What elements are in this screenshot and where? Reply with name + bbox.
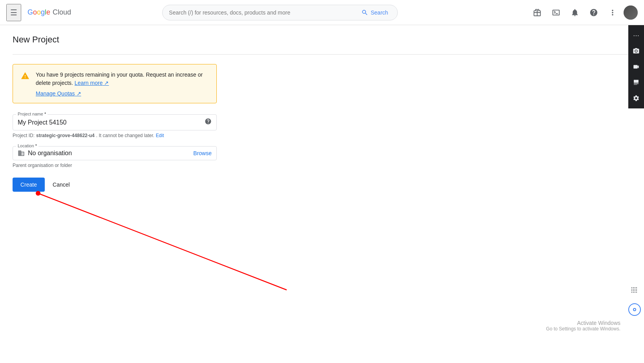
button-row: Create Cancel	[13, 178, 217, 192]
project-name-wrapper: Project name *	[13, 114, 217, 130]
notifications-button[interactable]	[567, 5, 583, 20]
warning-content: You have 9 projects remaining in your qu…	[36, 71, 209, 97]
header-left: ☰ Google Cloud	[6, 4, 85, 21]
warning-text: You have 9 projects remaining in your qu…	[36, 71, 209, 87]
browse-link[interactable]: Browse	[193, 150, 212, 156]
panel-dots-icon[interactable]: ⋯	[629, 28, 643, 42]
project-id-hint: Project ID: strategic-grove-448622-u4 . …	[13, 133, 217, 138]
help-button[interactable]	[586, 5, 602, 20]
location-inner: No organisation Browse	[18, 150, 212, 157]
search-icon	[361, 9, 368, 16]
form-section: Project name * Project ID: strategic-gro…	[13, 114, 217, 192]
warning-icon	[21, 72, 29, 82]
search-bar: Search	[162, 5, 398, 20]
organisation-icon	[18, 150, 25, 157]
location-hint: Parent organisation or folder	[13, 163, 217, 168]
search-button[interactable]: Search	[358, 7, 391, 18]
terminal-icon	[552, 8, 560, 17]
warning-box: You have 9 projects remaining in your qu…	[13, 64, 217, 103]
divider	[13, 54, 631, 55]
main-content: New Project You have 9 projects remainin…	[0, 25, 644, 201]
panel-video-icon[interactable]	[629, 60, 643, 74]
more-options-button[interactable]	[605, 5, 620, 20]
search-input[interactable]	[169, 9, 358, 16]
gift-icon	[533, 8, 542, 17]
avatar-image	[624, 6, 638, 20]
right-panel: ⋯	[628, 25, 644, 108]
panel-screen-icon[interactable]	[629, 75, 643, 90]
logo-text: Google	[27, 8, 50, 16]
project-name-group: Project name * Project ID: strategic-gro…	[13, 114, 217, 138]
cancel-button[interactable]: Cancel	[51, 178, 71, 191]
edit-project-id-link[interactable]: Edit	[156, 133, 164, 138]
header-right	[529, 5, 638, 20]
panel-settings-icon[interactable]	[629, 91, 643, 105]
learn-more-link[interactable]: Learn more ↗	[75, 80, 109, 86]
manage-quotas-link[interactable]: Manage Quotas ↗	[36, 90, 209, 97]
page-title: New Project	[13, 35, 631, 45]
help-icon	[589, 8, 598, 17]
search-button-label: Search	[371, 9, 388, 16]
project-name-label: Project name *	[16, 112, 48, 116]
menu-button[interactable]: ☰	[6, 4, 21, 21]
location-group: Location * No organisation Browse	[13, 146, 217, 168]
project-name-input-row	[18, 118, 212, 127]
search-container: Search	[139, 5, 421, 20]
cloud-text: Cloud	[53, 8, 71, 16]
project-name-help-icon[interactable]	[205, 118, 212, 127]
avatar[interactable]	[624, 6, 638, 20]
location-wrapper: Location * No organisation Browse	[13, 146, 217, 160]
bell-icon	[571, 8, 579, 17]
more-icon	[608, 8, 617, 17]
location-value: No organisation	[28, 150, 72, 157]
gift-button[interactable]	[529, 5, 545, 20]
project-name-input[interactable]	[18, 119, 201, 126]
google-cloud-logo[interactable]: Google Cloud	[27, 8, 71, 16]
location-left: No organisation	[18, 150, 72, 157]
create-button[interactable]: Create	[13, 178, 45, 192]
location-label: Location *	[16, 143, 38, 148]
cloud-shell-button[interactable]	[548, 5, 564, 20]
panel-camera-icon[interactable]	[629, 44, 643, 58]
header: ☰ Google Cloud Search	[0, 0, 644, 25]
